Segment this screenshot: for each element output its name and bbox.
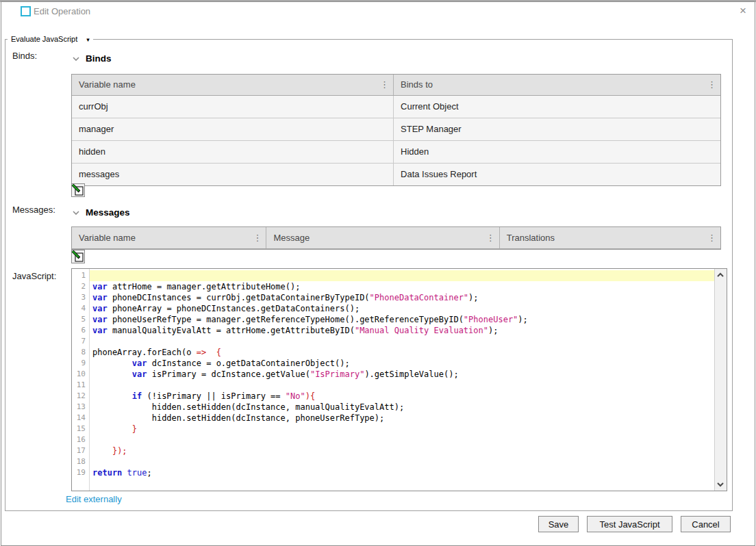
chevron-down-icon [73, 57, 79, 61]
cancel-button[interactable]: Cancel [681, 516, 731, 532]
close-icon[interactable]: × [735, 3, 751, 18]
code-line[interactable] [90, 270, 714, 281]
line-number: 15 [72, 424, 89, 434]
code-line[interactable]: var phoneDCInstances = currObj.getDataCo… [90, 292, 714, 303]
operation-type-label: Evaluate JavaScript [11, 35, 77, 43]
table-header-row: Variable name⋮Message⋮Translations⋮ [72, 227, 720, 249]
table-cell[interactable]: hidden [72, 141, 394, 163]
javascript-code-editor[interactable]: 12345678910111213141516171819 var attrHo… [71, 268, 727, 491]
code-line[interactable]: hidden.setHidden(dcInstance, phoneUserRe… [90, 413, 714, 424]
line-number: 16 [72, 434, 89, 445]
line-number: 17 [72, 445, 89, 456]
code-line[interactable] [90, 380, 714, 391]
messages-section-title: Messages [86, 207, 130, 218]
line-number: 3 [72, 292, 89, 303]
table-cell[interactable]: Data Issues Report [394, 164, 720, 185]
column-header-variable-name[interactable]: Variable name⋮ [72, 227, 266, 248]
line-number: 4 [72, 303, 89, 314]
code-line[interactable]: var manualQualityEvalAtt = attrHome.getA… [90, 325, 714, 336]
messages-table: Variable name⋮Message⋮Translations⋮ [71, 226, 721, 250]
line-number: 8 [72, 347, 89, 358]
column-header-label: Variable name [79, 75, 380, 95]
column-header-label: Variable name [79, 233, 253, 243]
operation-type-selector[interactable]: Evaluate JavaScript▾ [8, 35, 93, 43]
code-line[interactable]: var isPrimary = dcInstance.getValue("IsP… [90, 369, 714, 380]
line-number: 18 [72, 456, 89, 467]
binds-section-title: Binds [86, 53, 112, 64]
edit-externally-link[interactable]: Edit externally [66, 494, 122, 504]
dialog-window-icon [21, 6, 31, 16]
line-number: 2 [72, 281, 89, 292]
binds-table: Variable name⋮Binds to⋮currObjCurrent Ob… [71, 74, 721, 186]
save-button[interactable]: Save [538, 516, 579, 532]
column-menu-icon[interactable]: ⋮ [486, 233, 499, 243]
table-row[interactable]: hiddenHidden [72, 141, 720, 164]
column-menu-icon[interactable]: ⋮ [707, 233, 720, 243]
code-line[interactable]: var attrHome = manager.getAttributeHome(… [90, 281, 714, 292]
table-cell[interactable]: manager [72, 118, 394, 140]
line-number: 5 [72, 314, 89, 325]
column-header-label: Translations [507, 233, 707, 243]
code-line[interactable]: phoneArray.forEach(o => { [90, 347, 714, 358]
editor-gutter: 12345678910111213141516171819 [72, 269, 90, 491]
line-number: 10 [72, 369, 89, 380]
chevron-down-icon [73, 211, 79, 215]
column-menu-icon[interactable]: ⋮ [253, 233, 266, 243]
line-number: 19 [72, 467, 89, 478]
binds-section-toggle[interactable]: Binds [73, 53, 112, 64]
code-line[interactable]: } [90, 424, 714, 434]
editor-code[interactable]: var attrHome = manager.getAttributeHome(… [90, 269, 714, 491]
table-row[interactable]: managerSTEP Manager [72, 118, 720, 141]
table-header-row: Variable name⋮Binds to⋮ [72, 75, 720, 96]
table-cell[interactable]: STEP Manager [394, 118, 720, 140]
line-number: 1 [72, 270, 89, 281]
test-javascript-button[interactable]: Test JavaScript [587, 516, 672, 532]
messages-section-toggle[interactable]: Messages [73, 207, 130, 218]
table-row[interactable]: currObjCurrent Object [72, 96, 720, 118]
scroll-down-icon[interactable] [716, 480, 725, 489]
line-number: 13 [72, 402, 89, 413]
line-number: 11 [72, 380, 89, 391]
code-line[interactable]: }); [90, 445, 714, 456]
column-header-variable-name[interactable]: Variable name⋮ [72, 75, 394, 95]
line-number: 14 [72, 413, 89, 424]
column-header-translations[interactable]: Translations⋮ [500, 227, 720, 248]
table-cell[interactable]: currObj [72, 96, 394, 118]
table-cell[interactable]: Current Object [394, 96, 720, 118]
line-number: 12 [72, 391, 89, 402]
line-number: 7 [72, 336, 89, 347]
line-number: 9 [72, 358, 89, 369]
code-line[interactable]: if (!isPrimary || isPrimary == "No"){ [90, 391, 714, 402]
scroll-up-icon[interactable] [716, 271, 725, 279]
table-row[interactable]: messagesData Issues Report [72, 164, 720, 185]
dropdown-caret-icon[interactable]: ▾ [86, 36, 90, 43]
table-cell[interactable]: Hidden [394, 141, 720, 163]
code-line[interactable]: var dcInstance = o.getDataContainerObjec… [90, 358, 714, 369]
column-menu-icon[interactable]: ⋮ [380, 75, 393, 95]
code-line[interactable] [90, 434, 714, 445]
code-line[interactable]: return true; [90, 467, 714, 478]
code-line[interactable] [90, 336, 714, 347]
table-cell[interactable]: messages [72, 164, 394, 185]
dialog-title: Edit Operation [34, 6, 90, 16]
column-header-binds-to[interactable]: Binds to⋮ [394, 75, 720, 95]
code-line[interactable]: var phoneArray = phoneDCInstances.getDat… [90, 303, 714, 314]
javascript-field-label: JavaScript: [12, 271, 56, 281]
messages-field-label: Messages: [12, 205, 55, 215]
binds-edit-cell-button[interactable] [71, 183, 85, 197]
edit-cell-pencil-icon [72, 184, 84, 196]
edit-cell-pencil-icon [72, 250, 84, 263]
column-header-label: Message [273, 233, 486, 243]
messages-edit-cell-button[interactable] [71, 250, 85, 263]
code-line[interactable]: var phoneUserRefType = manager.getRefere… [90, 314, 714, 325]
column-menu-icon[interactable]: ⋮ [707, 75, 720, 95]
code-line[interactable] [90, 456, 714, 467]
column-header-label: Binds to [401, 75, 707, 95]
column-header-message[interactable]: Message⋮ [266, 227, 499, 248]
editor-vertical-scrollbar[interactable] [714, 269, 727, 491]
line-number: 6 [72, 325, 89, 336]
binds-field-label: Binds: [12, 51, 37, 61]
code-line[interactable]: hidden.setHidden(dcInstance, manualQuali… [90, 402, 714, 413]
